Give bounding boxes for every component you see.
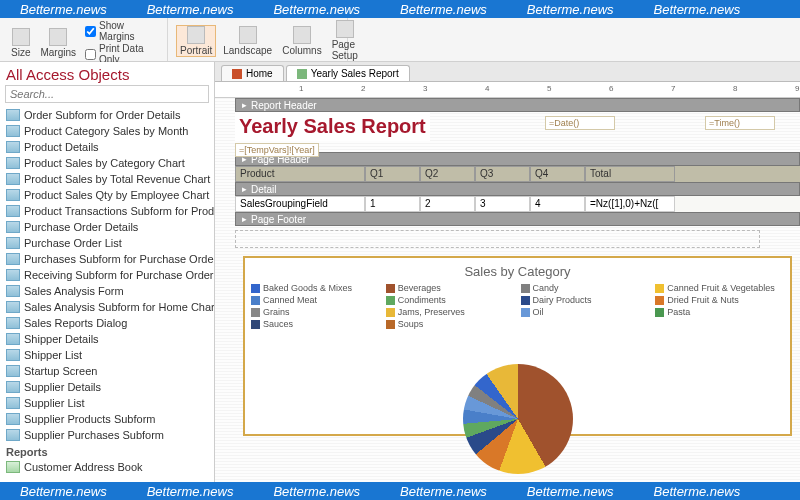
chart-title: Sales by Category	[251, 264, 784, 279]
legend-item: Canned Fruit & Vegetables	[655, 283, 784, 293]
sales-by-category-chart[interactable]: Sales by Category Baked Goods & MixesBev…	[243, 256, 792, 436]
form-icon	[6, 413, 20, 425]
legend-item: Candy	[521, 283, 650, 293]
form-icon	[6, 141, 20, 153]
margins-button[interactable]: Margins	[37, 28, 79, 58]
nav-form-item[interactable]: Product Category Sales by Month	[0, 123, 214, 139]
tab-home[interactable]: Home	[221, 65, 284, 81]
nav-report-item[interactable]: Customer Address Book	[0, 459, 214, 475]
form-icon	[6, 301, 20, 313]
nav-form-item[interactable]: Product Sales by Category Chart	[0, 155, 214, 171]
legend-item: Grains	[251, 307, 380, 317]
nav-form-item[interactable]: Order Subform for Order Details	[0, 107, 214, 123]
search-input[interactable]	[5, 85, 209, 103]
nav-form-item[interactable]: Product Sales by Total Revenue Chart	[0, 171, 214, 187]
home-icon	[232, 69, 242, 79]
nav-form-item[interactable]: Supplier Products Subform	[0, 411, 214, 427]
legend-item: Canned Meat	[251, 295, 380, 305]
ribbon: Size Margins Show Margins Print Data Onl…	[0, 18, 800, 62]
form-icon	[6, 397, 20, 409]
col-total[interactable]: Total	[585, 166, 675, 182]
reports-section-header[interactable]: Reports	[0, 443, 214, 459]
report-header-section[interactable]: Report Header	[235, 98, 800, 112]
col-product[interactable]: Product	[235, 166, 365, 182]
footer-placeholder[interactable]	[235, 230, 760, 248]
landscape-button[interactable]: Landscape	[220, 26, 275, 56]
report-design-surface[interactable]: Report Header Yearly Sales Report =Date(…	[215, 98, 800, 482]
chart-legend: Baked Goods & MixesBeveragesCandyCanned …	[251, 283, 784, 329]
date-field[interactable]: =Date()	[545, 116, 615, 130]
watermark-top: Betterme.newsBetterme.newsBetterme.newsB…	[0, 0, 800, 18]
form-icon	[6, 365, 20, 377]
report-icon	[297, 69, 307, 79]
nav-form-item[interactable]: Startup Screen	[0, 363, 214, 379]
legend-item: Beverages	[386, 283, 515, 293]
horizontal-ruler: 123456789	[215, 82, 800, 98]
detail-section[interactable]: Detail	[235, 182, 800, 196]
nav-form-item[interactable]: Product Details	[0, 139, 214, 155]
grouping-field[interactable]: SalesGroupingField	[235, 196, 365, 212]
legend-item: Condiments	[386, 295, 515, 305]
navigation-pane: All Access Objects Order Subform for Ord…	[0, 62, 215, 482]
nav-form-item[interactable]: Receiving Subform for Purchase Order Det…	[0, 267, 214, 283]
form-icon	[6, 429, 20, 441]
form-icon	[6, 173, 20, 185]
nav-form-item[interactable]: Supplier List	[0, 395, 214, 411]
tab-yearly-sales-report[interactable]: Yearly Sales Report	[286, 65, 410, 81]
legend-item: Pasta	[655, 307, 784, 317]
col-q3[interactable]: Q3	[475, 166, 530, 182]
form-icon	[6, 269, 20, 281]
show-margins-checkbox[interactable]: Show Margins	[85, 20, 159, 42]
page-footer-section[interactable]: Page Footer	[235, 212, 800, 226]
form-icon	[6, 237, 20, 249]
nav-form-item[interactable]: Shipper Details	[0, 331, 214, 347]
nav-list: Order Subform for Order DetailsProduct C…	[0, 107, 214, 477]
nav-form-item[interactable]: Shipper List	[0, 347, 214, 363]
form-icon	[6, 221, 20, 233]
form-icon	[6, 285, 20, 297]
nav-form-item[interactable]: Purchase Order Details	[0, 219, 214, 235]
col-q2[interactable]: Q2	[420, 166, 475, 182]
report-icon	[6, 461, 20, 473]
tempvar-field[interactable]: =[TempVars]![Year]	[235, 143, 319, 157]
nav-form-item[interactable]: Sales Reports Dialog	[0, 315, 214, 331]
main-area: Home Yearly Sales Report 123456789 Repor…	[215, 62, 800, 482]
nav-form-item[interactable]: Supplier Details	[0, 379, 214, 395]
form-icon	[6, 125, 20, 137]
legend-item: Sauces	[251, 319, 380, 329]
col-q4[interactable]: Q4	[530, 166, 585, 182]
time-field[interactable]: =Time()	[705, 116, 775, 130]
columns-button[interactable]: Columns	[279, 26, 324, 56]
nav-form-item[interactable]: Supplier Purchases Subform	[0, 427, 214, 443]
nav-form-item[interactable]: Product Sales Qty by Employee Chart	[0, 187, 214, 203]
watermark-bottom: Betterme.newsBetterme.newsBetterme.newsB…	[0, 482, 800, 500]
form-icon	[6, 381, 20, 393]
nav-form-item[interactable]: Sales Analysis Form	[0, 283, 214, 299]
nav-form-item[interactable]: Product Transactions Subform for Product…	[0, 203, 214, 219]
page-setup-button[interactable]: Page Setup	[329, 20, 361, 61]
form-icon	[6, 189, 20, 201]
form-icon	[6, 109, 20, 121]
nav-form-item[interactable]: Purchases Subform for Purchase Order Det…	[0, 251, 214, 267]
column-header-row[interactable]: Product Q1 Q2 Q3 Q4 Total	[235, 166, 800, 182]
form-icon	[6, 157, 20, 169]
legend-item: Jams, Preserves	[386, 307, 515, 317]
form-icon	[6, 317, 20, 329]
detail-row[interactable]: SalesGroupingField 1 2 3 4 =Nz([1],0)+Nz…	[235, 196, 800, 212]
form-icon	[6, 253, 20, 265]
nav-form-item[interactable]: Purchase Order List	[0, 235, 214, 251]
document-tabs: Home Yearly Sales Report	[215, 62, 800, 82]
legend-item: Soups	[386, 319, 515, 329]
legend-item: Dried Fruit & Nuts	[655, 295, 784, 305]
form-icon	[6, 349, 20, 361]
report-title-label[interactable]: Yearly Sales Report	[235, 112, 430, 141]
portrait-button[interactable]: Portrait	[176, 25, 216, 57]
col-q1[interactable]: Q1	[365, 166, 420, 182]
legend-item: Dairy Products	[521, 295, 650, 305]
pie-chart	[463, 364, 573, 474]
size-button[interactable]: Size	[8, 28, 33, 58]
nav-form-item[interactable]: Sales Analysis Subform for Home Chart	[0, 299, 214, 315]
legend-item: Baked Goods & Mixes	[251, 283, 380, 293]
form-icon	[6, 205, 20, 217]
legend-item: Oil	[521, 307, 650, 317]
